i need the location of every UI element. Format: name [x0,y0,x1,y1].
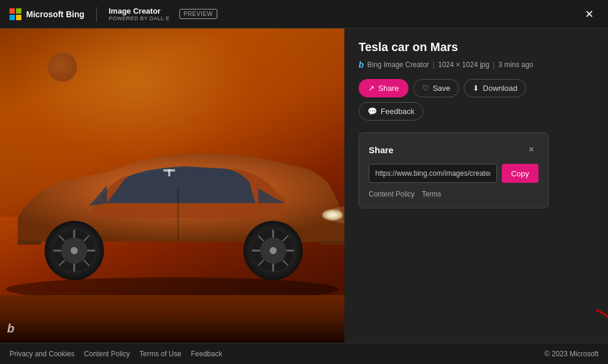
share-popup-header: Share × [369,143,539,157]
svg-point-25 [270,247,277,254]
content-policy-link[interactable]: Content Policy [369,190,414,198]
right-panel: Tesla car on Mars b Bing Image Creator |… [344,29,608,343]
svg-rect-9 [168,169,170,176]
terms-link[interactable]: Terms [422,190,441,198]
logo-group: Microsoft Bing Image Creator powered by … [10,7,217,22]
svg-rect-0 [10,8,15,14]
share-label: Share [378,84,399,93]
product-title: Image Creator [109,7,170,16]
feedback-button[interactable]: 💬 Feedback [359,102,423,121]
powered-by-label: powered by DALL·E [109,15,170,21]
bing-b-icon: b [359,60,364,69]
close-button[interactable]: ✕ [580,5,598,24]
share-icon: ↗ [368,84,375,93]
share-button[interactable]: ↗ Share [359,79,408,97]
main-content: b Tesla car on Mars b Bing Image Creator… [0,29,608,343]
share-links: Content Policy Terms [369,190,539,198]
footer-links: Privacy and Cookies Content Policy Terms… [10,350,222,358]
image-meta: b Bing Image Creator | 1024 × 1024 jpg |… [359,60,594,69]
app-header: Microsoft Bing Image Creator powered by … [0,0,608,29]
action-buttons-row: ↗ Share ♡ Save ⬇ Download 💬 Feedback [359,79,594,121]
download-icon: ⬇ [473,84,479,93]
app-footer: Privacy and Cookies Content Policy Terms… [0,343,608,364]
arrow-svg-icon [590,307,608,354]
car-svg [0,105,344,307]
header-divider [96,7,97,21]
share-popup: Share × Copy Content Policy Terms [359,132,549,208]
footer-feedback-link[interactable]: Feedback [191,350,222,358]
image-title: Tesla car on Mars [359,40,594,54]
preview-badge: PREVIEW [179,9,217,19]
image-display-area: b [0,29,344,343]
meta-source: Bing Image Creator [368,61,429,69]
share-popup-title: Share [369,145,394,155]
svg-point-13 [71,247,78,254]
microsoft-logo-icon [10,8,21,20]
save-button[interactable]: ♡ Save [413,79,460,97]
download-label: Download [483,84,517,93]
svg-rect-1 [16,8,21,14]
share-close-button[interactable]: × [524,143,539,157]
feedback-label: Feedback [381,107,414,116]
footer-privacy-link[interactable]: Privacy and Cookies [10,350,74,358]
svg-rect-2 [10,15,15,20]
moon-element [48,52,77,82]
copy-button[interactable]: Copy [502,164,539,183]
share-url-input[interactable] [369,164,497,183]
share-url-row: Copy [369,164,539,183]
svg-rect-3 [16,15,21,20]
download-button[interactable]: ⬇ Download [464,79,526,97]
save-icon: ♡ [422,84,429,93]
footer-content-policy-link[interactable]: Content Policy [84,350,129,358]
bing-watermark: b [7,322,14,335]
save-label: Save [433,84,451,93]
meta-size: 1024 × 1024 jpg [438,61,489,69]
feedback-icon: 💬 [368,107,377,116]
product-title-group: Image Creator powered by DALL·E [109,7,170,22]
footer-terms-link[interactable]: Terms of Use [140,350,182,358]
ground-element [0,295,344,343]
meta-sep1: | [433,61,435,69]
meta-time: 3 mins ago [498,61,533,69]
bing-label: Microsoft Bing [26,10,84,19]
generated-image: b [0,29,344,343]
meta-sep2: | [493,61,495,69]
